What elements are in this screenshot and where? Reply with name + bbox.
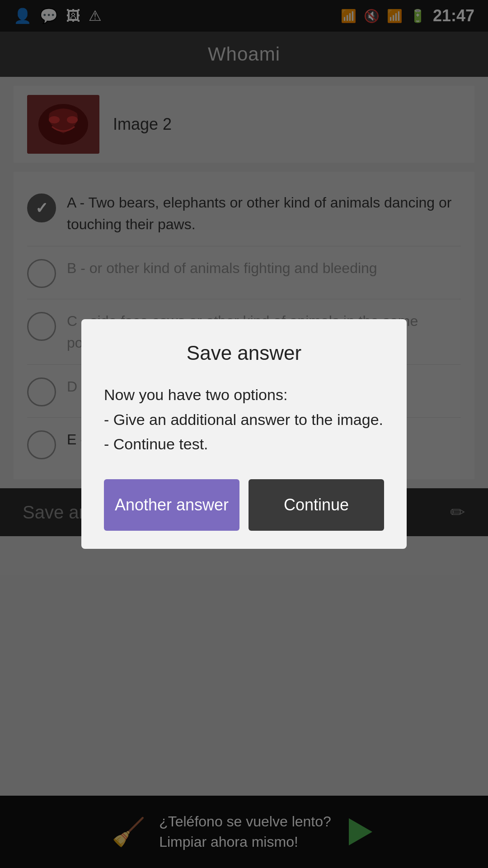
modal-overlay: Save answer Now you have two options:- G… bbox=[0, 0, 488, 868]
modal-title: Save answer bbox=[104, 342, 384, 364]
another-answer-button[interactable]: Another answer bbox=[104, 479, 239, 531]
modal-dialog: Save answer Now you have two options:- G… bbox=[81, 319, 407, 548]
modal-buttons: Another answer Continue bbox=[104, 479, 384, 531]
continue-button[interactable]: Continue bbox=[249, 479, 384, 531]
modal-body: Now you have two options:- Give an addit… bbox=[104, 382, 384, 456]
modal-body-text: Now you have two options:- Give an addit… bbox=[104, 386, 383, 453]
